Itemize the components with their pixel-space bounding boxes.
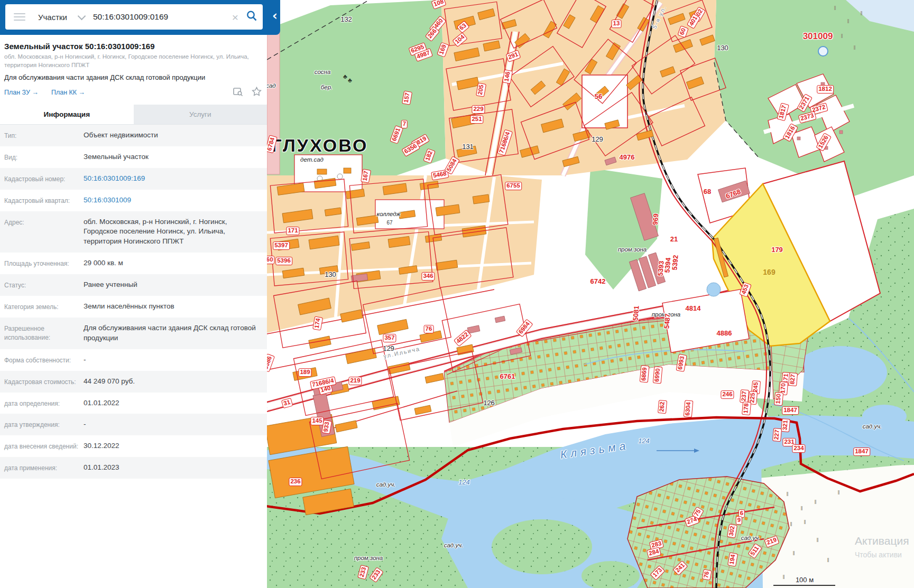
sidebar-panel: Земельный участок 50:16:0301009:169 обл.…	[0, 0, 267, 588]
favorite-star-icon[interactable]	[252, 87, 262, 98]
row-value: 29 000 кв. м	[84, 258, 123, 268]
table-row: Разрешенное использование:Для обслуживан…	[0, 318, 267, 349]
plan-zu-link[interactable]: План ЗУ →	[4, 89, 39, 96]
plan-links-row: План ЗУ → План КК →	[0, 86, 267, 105]
row-label: Категория земель:	[4, 302, 84, 312]
row-value-link[interactable]: 50:16:0301009:169	[84, 174, 145, 184]
page-title: Земельный участок 50:16:0301009:169	[0, 35, 267, 53]
card-action-icons	[233, 87, 262, 98]
table-row: Категория земель:Земли населённых пункто…	[0, 296, 267, 318]
menu-hamburger-icon[interactable]	[14, 13, 25, 21]
search-bar: Участки ×	[5, 4, 263, 30]
table-row: Тип:Объект недвижимости	[0, 125, 267, 146]
row-value: 01.01.2022	[84, 398, 119, 408]
row-label: Статус:	[4, 280, 84, 290]
row-label: Кадастровый квартал:	[4, 195, 84, 206]
row-label: Адрес:	[4, 217, 84, 247]
row-label: Вид:	[4, 152, 84, 162]
row-value: Ранее учтенный	[84, 280, 137, 290]
row-label: дата применения:	[4, 463, 84, 473]
table-row: Площадь уточненная:29 000 кв. м	[0, 253, 267, 274]
chevron-down-icon[interactable]	[78, 12, 86, 20]
row-label: Кадастровый номер:	[4, 174, 84, 184]
row-label: Кадастровая стоимость:	[4, 377, 84, 387]
row-value-link[interactable]: 50:16:0301009	[84, 195, 131, 206]
row-label: Тип:	[4, 130, 84, 141]
row-value: 01.01.2023	[84, 463, 119, 473]
table-row: дата определения:01.01.2022	[0, 393, 267, 414]
table-row: Кадастровый квартал:50:16:0301009	[0, 190, 267, 211]
row-label: Разрешенное использование:	[4, 323, 84, 343]
map-canvas[interactable]: ГЛУХОВО301009Клязьма12412413212913013112…	[267, 0, 914, 588]
plan-view-icon[interactable]	[233, 87, 243, 98]
row-value: Земли населённых пунктов	[84, 302, 174, 312]
row-label: Форма собственности:	[4, 355, 84, 365]
row-label: Площадь уточненная:	[4, 258, 84, 268]
table-row: Адрес:обл. Московская, р-н Ногинский, г.…	[0, 211, 267, 253]
table-row: Статус:Ранее учтенный	[0, 274, 267, 296]
parcel-card: Земельный участок 50:16:0301009:169 обл.…	[0, 35, 267, 479]
table-row: дата утверждения:-	[0, 414, 267, 435]
info-table: Тип:Объект недвижимостиВид:Земельный уча…	[0, 125, 267, 479]
collapse-panel-icon[interactable]: ‹	[272, 10, 278, 22]
row-value: Земельный участок	[84, 152, 149, 162]
search-input[interactable]	[92, 12, 225, 22]
row-value: Для обслуживания части здания ДСК склад …	[84, 323, 263, 343]
plan-kk-link[interactable]: План КК →	[51, 89, 85, 96]
table-row: дата применения:01.01.2023	[0, 457, 267, 479]
table-row: дата внесения сведений:30.12.2022	[0, 435, 267, 457]
row-label: дата утверждения:	[4, 419, 84, 430]
row-label: дата внесения сведений:	[4, 441, 84, 451]
table-row: Кадастровая стоимость:44 249 070 руб.	[0, 371, 267, 393]
parcel-usage-line: Для обслуживания части здания ДСК склад …	[0, 72, 267, 86]
search-category-select[interactable]: Участки	[38, 13, 67, 22]
table-row: Кадастровый номер:50:16:0301009:169	[0, 168, 267, 190]
row-value: Объект недвижимости	[84, 130, 158, 141]
clear-search-icon[interactable]: ×	[232, 12, 238, 23]
tab-information[interactable]: Информация	[0, 105, 134, 124]
row-value: -	[84, 355, 86, 365]
tab-services[interactable]: Услуги	[134, 105, 267, 124]
search-header: Участки × ‹	[0, 0, 280, 35]
search-icon[interactable]	[246, 10, 257, 24]
row-value: 44 249 070 руб.	[84, 377, 135, 387]
row-value: обл. Московская, р-н Ногинский, г. Ногин…	[84, 217, 263, 247]
parcel-address-subtitle: обл. Московская, р-н Ногинский, г. Ногин…	[0, 53, 267, 72]
tab-bar: ИнформацияУслуги	[0, 105, 267, 125]
table-row: Форма собственности:-	[0, 349, 267, 371]
table-row: Вид:Земельный участок	[0, 146, 267, 168]
row-value: 30.12.2022	[84, 441, 119, 451]
row-value: -	[84, 419, 86, 430]
map-base-layer	[267, 0, 914, 588]
row-label: дата определения:	[4, 398, 84, 408]
